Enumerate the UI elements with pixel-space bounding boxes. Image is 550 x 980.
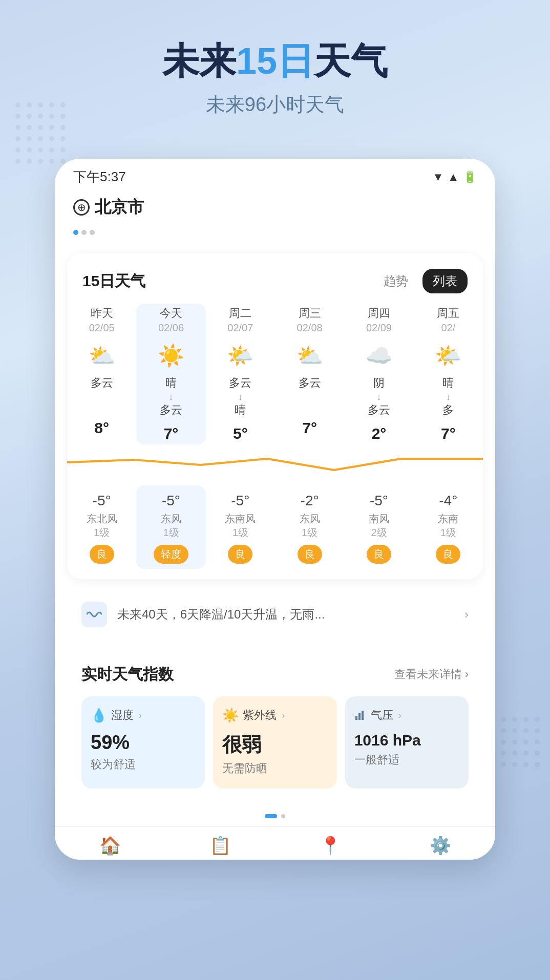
col-weather2-5: 多 <box>416 402 481 418</box>
col-weather2-1: 多云 <box>138 402 203 418</box>
tab-trend[interactable]: 趋势 <box>373 269 418 293</box>
weather-low-col-5: -4° 东南 1级 良 <box>414 485 483 569</box>
index-uv-header: ☀️ 紫外线 › <box>222 708 327 723</box>
notice-wave-icon <box>81 602 107 627</box>
col-icon-5: 🌤️ <box>416 340 481 372</box>
col-high-2: 5° <box>208 418 273 444</box>
index-pressure-header: 气压 › <box>354 708 459 723</box>
col-icon-3: ⛅ <box>277 340 342 372</box>
nav-item-list[interactable]: 📋 <box>165 835 275 856</box>
weather-card: 15日天气 趋势 列表 昨天 02/05 ⛅ 多云 8° <box>67 253 483 579</box>
temp-curve-svg <box>67 444 483 485</box>
col-aqi-2: 良 <box>228 545 252 564</box>
weather-low-col-2: -5° 东南风 1级 良 <box>206 485 275 569</box>
col-day-3: 周三 <box>277 304 342 322</box>
indices-header: 实时天气指数 查看未来详情 › <box>81 664 469 685</box>
col-date-3: 02/08 <box>277 322 342 340</box>
col-icon-4: ☁️ <box>346 340 411 372</box>
location-page-dots <box>55 227 495 243</box>
index-card-humidity[interactable]: 💧 湿度 › 59% 较为舒适 <box>81 696 205 789</box>
weather-col-thu: 周四 02/09 ☁️ 阴 ↓ 多云 2° <box>344 304 413 444</box>
weather-low-col-3: -2° 东风 1级 良 <box>275 485 344 569</box>
list-icon: 📋 <box>209 835 231 856</box>
col-date-4: 02/09 <box>346 322 411 340</box>
indices-cards: 💧 湿度 › 59% 较为舒适 ☀️ 紫外线 › 很弱 无需防晒 <box>81 696 469 789</box>
col-wind-dir-3: 东风 <box>277 512 342 526</box>
col-wind-level-1: 1级 <box>138 526 203 545</box>
temp-curve-area <box>67 444 483 485</box>
col-high-1: 7° <box>138 418 203 444</box>
nav-item-settings[interactable]: ⚙️ <box>385 835 495 856</box>
col-aqi-1: 轻度 <box>154 545 188 564</box>
col-wind-dir-0: 东北风 <box>69 512 134 526</box>
dot-3 <box>90 230 95 235</box>
col-icon-1: ☀️ <box>138 340 203 372</box>
svg-rect-0 <box>355 716 357 720</box>
index-card-pressure[interactable]: 气压 › 1016 hPa 一般舒适 <box>345 696 469 789</box>
col-low-5: -4° <box>416 485 481 512</box>
phone-mockup-container: 下午5:37 ▼ ▲ 🔋 ⊕ 北京市 15日天气 <box>0 159 550 859</box>
col-weather1-5: 晴 <box>416 372 481 392</box>
hero-title: 未来15日天气 <box>0 41 550 81</box>
col-day-0: 昨天 <box>69 304 134 322</box>
humidity-value: 59% <box>91 732 196 754</box>
uv-icon: ☀️ <box>222 708 239 723</box>
phone-mockup: 下午5:37 ▼ ▲ 🔋 ⊕ 北京市 15日天气 <box>55 159 495 859</box>
indices-more-link[interactable]: 查看未来详情 › <box>394 667 469 682</box>
pressure-label: 气压 <box>371 708 393 723</box>
index-card-uv[interactable]: ☀️ 紫外线 › 很弱 无需防晒 <box>213 696 336 789</box>
dot-2 <box>81 230 87 235</box>
pressure-bar-icon <box>354 710 367 720</box>
col-aqi-5: 良 <box>436 545 460 564</box>
col-high-4: 2° <box>346 418 411 444</box>
indices-title: 实时天气指数 <box>81 664 174 685</box>
humidity-label: 湿度 <box>111 708 134 723</box>
weather-low-table: -5° 东北风 1级 良 -5° 东风 1级 轻度 -5° <box>67 485 483 569</box>
signal-icon: ▲ <box>448 171 459 184</box>
pressure-value: 1016 hPa <box>354 732 459 749</box>
home-icon: 🏠 <box>99 835 121 856</box>
status-icons: ▼ ▲ 🔋 <box>432 171 477 184</box>
col-wind-dir-4: 南风 <box>346 512 411 526</box>
card-header: 15日天气 趋势 列表 <box>67 269 483 304</box>
col-arrow-2: ↓ <box>208 392 273 402</box>
col-weather1-2: 多云 <box>208 372 273 392</box>
col-icon-0: ⛅ <box>69 340 134 372</box>
pressure-arrow: › <box>398 710 401 721</box>
nav-item-location[interactable]: 📍 <box>275 835 385 856</box>
col-arrow-4: ↓ <box>346 392 411 402</box>
forecast-notice[interactable]: 未来40天，6天降温/10天升温，无雨... › <box>67 589 483 640</box>
col-high-0: 8° <box>69 412 134 439</box>
col-aqi-3: 良 <box>298 545 322 564</box>
card-tabs: 趋势 列表 <box>373 269 468 293</box>
notice-arrow-icon: › <box>464 607 469 622</box>
uv-label: 紫外线 <box>243 708 277 723</box>
battery-icon: 🔋 <box>463 171 477 184</box>
col-arrow-1: ↓ <box>138 392 203 402</box>
col-wind-dir-1: 东风 <box>138 512 203 526</box>
card-title: 15日天气 <box>82 271 145 292</box>
col-date-2: 02/07 <box>208 322 273 340</box>
settings-icon: ⚙️ <box>430 835 451 856</box>
nav-item-home[interactable]: 🏠 <box>55 835 165 856</box>
col-date-1: 02/06 <box>138 322 203 340</box>
weather-col-yesterday: 昨天 02/05 ⛅ 多云 8° <box>67 304 136 444</box>
col-wind-dir-5: 东南 <box>416 512 481 526</box>
hero-section: 未来15日天气 未来96小时天气 <box>0 0 550 138</box>
col-aqi-4: 良 <box>367 545 391 564</box>
location-bar[interactable]: ⊕ 北京市 <box>55 191 495 227</box>
col-weather1-1: 晴 <box>138 372 203 392</box>
col-weather1-4: 阴 <box>346 372 411 392</box>
col-wind-level-4: 2级 <box>346 526 411 545</box>
col-day-1: 今天 <box>138 304 203 322</box>
col-low-1: -5° <box>138 485 203 512</box>
weather-table: 昨天 02/05 ⛅ 多云 8° 今天 02/06 ☀️ 晴 ↓ 多云 7° <box>67 304 483 444</box>
location-name: 北京市 <box>95 196 144 219</box>
tab-list[interactable]: 列表 <box>422 269 468 293</box>
weather-low-col-0: -5° 东北风 1级 良 <box>67 485 136 569</box>
col-date-5: 02/ <box>416 322 481 340</box>
col-date-0: 02/05 <box>69 322 134 340</box>
weather-col-tue: 周二 02/07 🌤️ 多云 ↓ 晴 5° <box>206 304 275 444</box>
notice-text: 未来40天，6天降温/10天升温，无雨... <box>117 606 454 623</box>
col-wind-level-5: 1级 <box>416 526 481 545</box>
